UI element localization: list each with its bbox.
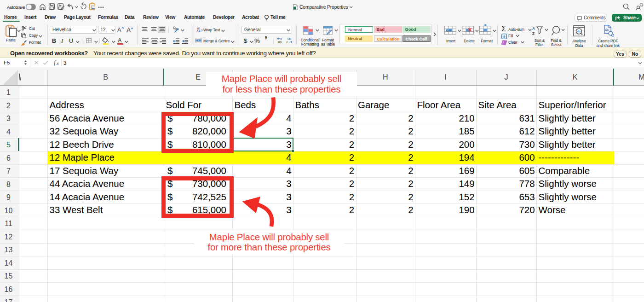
svg-text:A: A: [532, 26, 535, 31]
svg-text:c: c: [197, 29, 199, 33]
svg-text:.00: .00: [277, 41, 282, 44]
svg-text:Z: Z: [532, 31, 535, 36]
svg-text:00: 00: [288, 37, 291, 41]
